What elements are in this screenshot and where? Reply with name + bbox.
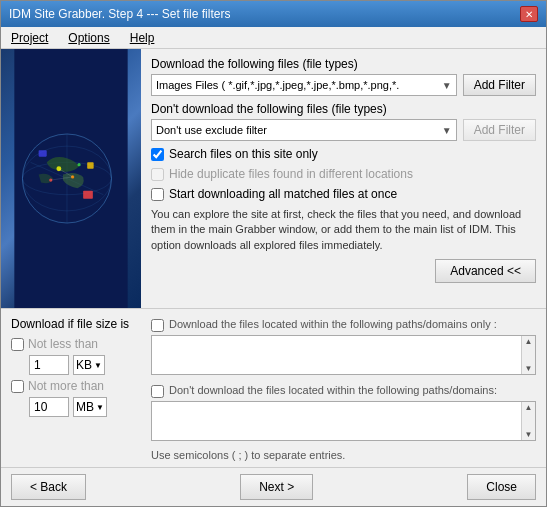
include-path-checkbox[interactable] [151,319,164,332]
exclude-filter-row: Don't use exclude filter ▼ Add Filter [151,119,536,141]
search-files-label: Search files on this site only [169,147,318,161]
advanced-button[interactable]: Advanced << [435,259,536,283]
menu-project[interactable]: Project [5,29,54,47]
not-more-value-input[interactable] [29,397,69,417]
menu-help[interactable]: Help [124,29,161,47]
window-title: IDM Site Grabber. Step 4 --- Set file fi… [9,7,230,21]
start-downloading-checkbox[interactable] [151,188,164,201]
start-downloading-label: Start downloading all matched files at o… [169,187,397,201]
window-controls: ✕ [520,6,538,22]
exclude-label: Don't download the following files (file… [151,102,536,116]
semicolon-note: Use semicolons ( ; ) to separate entries… [151,449,536,461]
paths-column: Download the files located within the fo… [151,317,536,461]
exclude-path-label: Don't download the files located within … [169,383,497,397]
not-less-unit-dropdown[interactable]: KB ▼ [73,355,105,375]
main-window: IDM Site Grabber. Step 4 --- Set file fi… [0,0,547,507]
dropdown-arrow-icon: ▼ [442,80,452,91]
add-filter-download-button[interactable]: Add Filter [463,74,536,96]
svg-rect-13 [39,150,47,156]
include-path-label-row: Download the files located within the fo… [151,317,536,332]
filesize-column: Download if file size is Not less than K… [11,317,141,461]
exclude-path-checkbox[interactable] [151,385,164,398]
exclude-filetype-dropdown[interactable]: Don't use exclude filter ▼ [151,119,457,141]
download-label: Download the following files (file types… [151,57,536,71]
not-more-row: Not more than [11,379,141,393]
not-less-label: Not less than [28,337,98,351]
menu-bar: Project Options Help [1,27,546,49]
scroll-down2-icon: ▼ [525,430,533,439]
menu-options[interactable]: Options [62,29,115,47]
not-less-value-input[interactable] [29,355,69,375]
scroll-up-icon: ▲ [525,337,533,346]
exclude-scrollbar: ▲ ▼ [521,402,535,440]
not-more-unit-dropdown[interactable]: MB ▼ [73,397,107,417]
advanced-panel: Download if file size is Not less than K… [1,308,546,467]
hide-duplicates-row: Hide duplicate files found in different … [151,167,536,181]
not-more-checkbox[interactable] [11,380,24,393]
include-paths-section: Download the files located within the fo… [151,317,536,375]
hide-duplicates-checkbox[interactable] [151,168,164,181]
svg-point-9 [77,163,80,166]
download-section: Download the following files (file types… [151,57,536,96]
svg-rect-12 [83,191,93,199]
left-panel [1,49,141,308]
download-filter-row: Images Files ( *.gif,*.jpg,*.jpeg,*.jpe,… [151,74,536,96]
title-bar: IDM Site Grabber. Step 4 --- Set file fi… [1,1,546,27]
not-less-input-row: KB ▼ [29,355,141,375]
add-filter-exclude-button: Add Filter [463,119,536,141]
unit-arrow2-icon: ▼ [96,403,104,412]
main-content: Download the following files (file types… [1,49,546,308]
search-files-checkbox[interactable] [151,148,164,161]
footer-center: Next > [240,474,313,500]
include-paths-textarea-wrapper: ▲ ▼ [151,335,536,375]
svg-rect-14 [87,162,93,168]
search-files-row: Search files on this site only [151,147,536,161]
scroll-down-icon: ▼ [525,364,533,373]
exclude-paths-textarea[interactable] [152,402,521,440]
info-text: You can explore the site at first, check… [151,207,536,253]
start-downloading-row: Start downloading all matched files at o… [151,187,536,201]
hide-duplicates-label: Hide duplicate files found in different … [169,167,413,181]
footer: < Back Next > Close [1,467,546,506]
next-button[interactable]: Next > [240,474,313,500]
not-less-row: Not less than [11,337,141,351]
exclude-section: Don't download the following files (file… [151,102,536,141]
exclude-paths-section: Don't download the files located within … [151,383,536,441]
back-button[interactable]: < Back [11,474,86,500]
include-scrollbar: ▲ ▼ [521,336,535,374]
include-path-label: Download the files located within the fo… [169,317,497,331]
scroll-up2-icon: ▲ [525,403,533,412]
close-button[interactable]: Close [467,474,536,500]
download-filetype-dropdown[interactable]: Images Files ( *.gif,*.jpg,*.jpeg,*.jpe,… [151,74,457,96]
not-less-checkbox[interactable] [11,338,24,351]
not-more-label: Not more than [28,379,104,393]
dropdown-arrow-exclude-icon: ▼ [442,125,452,136]
include-paths-textarea[interactable] [152,336,521,374]
advanced-columns: Download if file size is Not less than K… [11,317,536,461]
exclude-paths-textarea-wrapper: ▲ ▼ [151,401,536,441]
filesize-title: Download if file size is [11,317,141,331]
close-window-button[interactable]: ✕ [520,6,538,22]
unit-arrow-icon: ▼ [94,361,102,370]
exclude-path-label-row: Don't download the files located within … [151,383,536,398]
not-more-input-row: MB ▼ [29,397,141,417]
right-panel: Download the following files (file types… [141,49,546,308]
